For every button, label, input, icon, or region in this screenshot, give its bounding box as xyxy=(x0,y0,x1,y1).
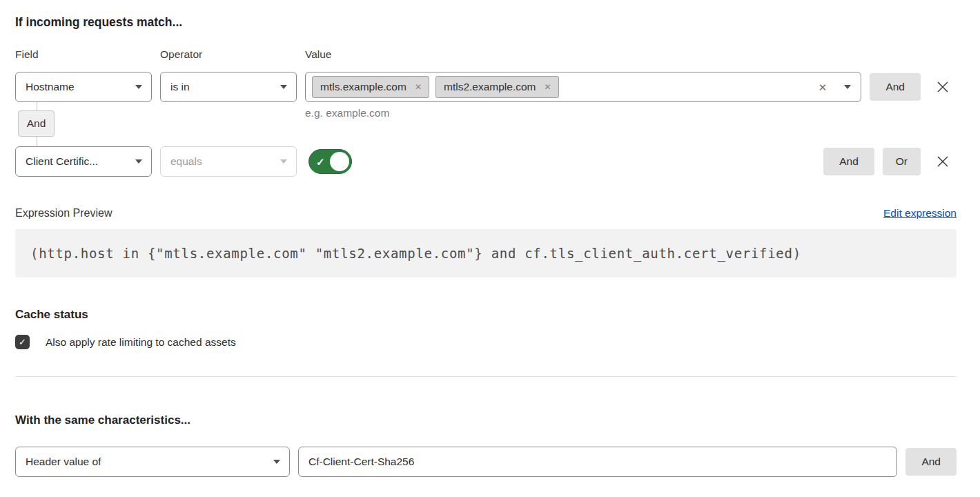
condition-row-2: Client Certific... equals ✓ And Or xyxy=(15,146,957,177)
rate-limit-rule-builder: If incoming requests match... Field Oper… xyxy=(0,0,980,477)
header-name-input[interactable] xyxy=(298,447,897,477)
field-select-2-value: Client Certific... xyxy=(26,155,98,168)
value-multiselect[interactable]: mtls.example.com ✕ mtls2.example.com ✕ ✕ xyxy=(305,72,861,102)
add-and-condition-button-2[interactable]: And xyxy=(823,148,874,175)
operator-select-2-value: equals xyxy=(170,155,202,168)
and-connector-button[interactable]: And xyxy=(18,110,55,137)
value-tag-2: mtls2.example.com ✕ xyxy=(435,76,559,98)
chevron-down-icon xyxy=(280,85,287,89)
characteristic-select-value: Header value of xyxy=(26,456,101,468)
characteristics-heading: With the same characteristics... xyxy=(15,413,957,427)
add-and-condition-button-1[interactable]: And xyxy=(870,73,921,101)
chevron-down-icon xyxy=(280,159,287,164)
field-select-2[interactable]: Client Certific... xyxy=(15,146,152,177)
remove-tag-icon[interactable]: ✕ xyxy=(415,83,422,91)
match-heading: If incoming requests match... xyxy=(15,16,957,29)
value-hint-text: e.g. example.com xyxy=(305,107,389,119)
value-tag-1-label: mtls.example.com xyxy=(320,81,406,93)
cert-verified-toggle[interactable]: ✓ xyxy=(308,149,352,174)
cache-checkbox-row: ✓ Also apply rate limiting to cached ass… xyxy=(15,335,957,349)
condition-row-1: Hostname is in mtls.example.com ✕ mtls2.… xyxy=(15,72,957,102)
chevron-down-icon xyxy=(135,85,142,89)
cached-assets-checkbox-label: Also apply rate limiting to cached asset… xyxy=(46,336,236,349)
cache-status-heading: Cache status xyxy=(15,308,957,321)
remove-condition-icon-1[interactable] xyxy=(929,80,957,94)
clear-values-icon[interactable]: ✕ xyxy=(819,82,827,92)
section-divider xyxy=(15,376,957,377)
close-icon xyxy=(936,155,950,168)
expression-preview-label: Expression Preview xyxy=(15,207,112,220)
add-characteristic-button[interactable]: And xyxy=(905,448,957,476)
characteristic-select[interactable]: Header value of xyxy=(15,447,290,477)
field-column-label: Field xyxy=(15,48,152,61)
condition-connector-zone: And e.g. example.com xyxy=(15,102,957,146)
cached-assets-checkbox[interactable]: ✓ xyxy=(15,335,30,349)
chevron-down-icon[interactable] xyxy=(844,85,851,89)
chevron-down-icon xyxy=(135,159,142,164)
operator-select-1-value: is in xyxy=(170,81,190,93)
characteristics-row: Header value of And xyxy=(15,447,957,477)
check-icon: ✓ xyxy=(316,157,325,167)
multiselect-controls: ✕ xyxy=(819,82,852,92)
value-tag-2-label: mtls2.example.com xyxy=(444,81,536,93)
value-tag-1: mtls.example.com ✕ xyxy=(312,76,429,98)
operator-select-1[interactable]: is in xyxy=(160,72,297,102)
edit-expression-link[interactable]: Edit expression xyxy=(883,207,957,220)
remove-condition-icon-2[interactable] xyxy=(929,155,957,168)
operator-select-2: equals xyxy=(160,146,297,177)
operator-column-label: Operator xyxy=(160,48,297,61)
expression-preview-header: Expression Preview Edit expression xyxy=(15,207,957,220)
column-labels: Field Operator Value xyxy=(15,48,957,61)
toggle-knob xyxy=(330,152,349,171)
field-select-1-value: Hostname xyxy=(26,81,75,93)
add-or-condition-button-2[interactable]: Or xyxy=(883,148,921,175)
close-icon xyxy=(936,80,950,94)
expression-code-block: (http.host in {"mtls.example.com" "mtls2… xyxy=(15,229,957,277)
field-select-1[interactable]: Hostname xyxy=(15,72,152,102)
value-column-label: Value xyxy=(305,48,332,61)
chevron-down-icon xyxy=(273,460,280,464)
remove-tag-icon[interactable]: ✕ xyxy=(544,83,551,91)
